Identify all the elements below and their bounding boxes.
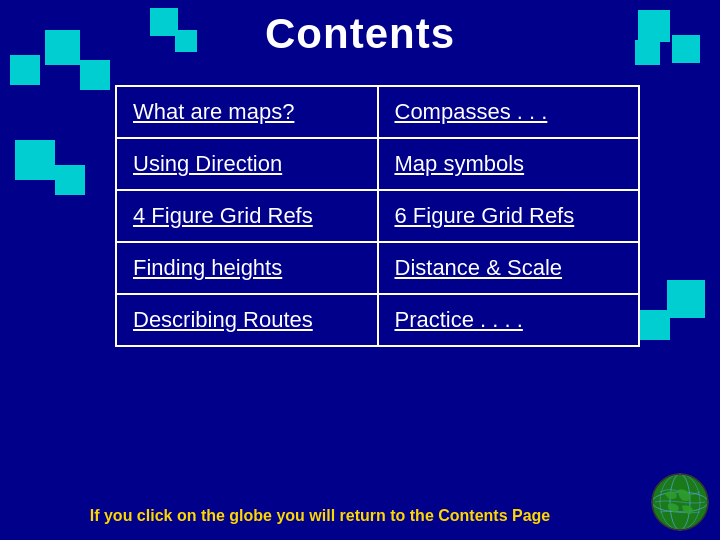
table-cell-col1-row0[interactable]: What are maps? xyxy=(116,86,378,138)
table-row: 4 Figure Grid Refs6 Figure Grid Refs xyxy=(116,190,639,242)
globe-icon[interactable] xyxy=(650,472,710,532)
table-cell-col2-row0[interactable]: Compasses . . . xyxy=(378,86,640,138)
table-cell-col2-row4[interactable]: Practice . . . . xyxy=(378,294,640,346)
table-cell-col1-row3[interactable]: Finding heights xyxy=(116,242,378,294)
table-cell-col1-row1[interactable]: Using Direction xyxy=(116,138,378,190)
contents-table: What are maps?Compasses . . .Using Direc… xyxy=(115,85,640,347)
table-cell-col2-row1[interactable]: Map symbols xyxy=(378,138,640,190)
table-cell-col1-row4[interactable]: Describing Routes xyxy=(116,294,378,346)
table-row: What are maps?Compasses . . . xyxy=(116,86,639,138)
table-cell-col1-row2[interactable]: 4 Figure Grid Refs xyxy=(116,190,378,242)
page-title: Contents xyxy=(265,10,455,58)
footer-text: If you click on the globe you will retur… xyxy=(0,507,640,525)
table-row: Using DirectionMap symbols xyxy=(116,138,639,190)
table-row: Describing RoutesPractice . . . . xyxy=(116,294,639,346)
table-cell-col2-row3[interactable]: Distance & Scale xyxy=(378,242,640,294)
title-area: Contents xyxy=(0,10,720,58)
contents-table-wrapper: What are maps?Compasses . . .Using Direc… xyxy=(115,85,640,347)
table-row: Finding heightsDistance & Scale xyxy=(116,242,639,294)
table-cell-col2-row2[interactable]: 6 Figure Grid Refs xyxy=(378,190,640,242)
